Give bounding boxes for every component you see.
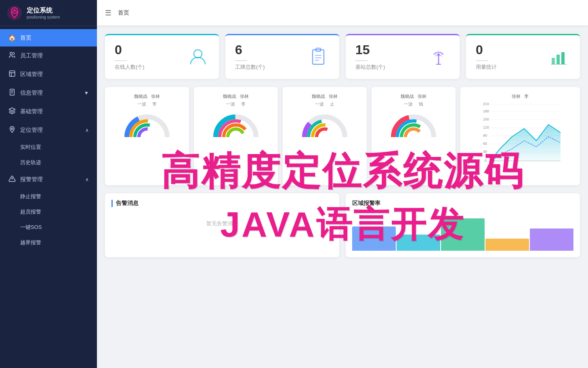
logo-title: 定位系统: [27, 6, 60, 15]
sidebar-item-sos[interactable]: 一键SOS: [0, 220, 97, 235]
sidebar-item-base[interactable]: 基础管理: [0, 102, 97, 121]
svg-point-3: [10, 52, 13, 55]
bottom-row: 告警消息 暂无告警消息 区域报警率: [105, 193, 580, 257]
svg-text:90: 90: [483, 133, 487, 137]
stat-divider-online: [115, 60, 127, 61]
breadcrumb: 首页: [118, 9, 129, 17]
alert-icon: [8, 175, 16, 184]
svg-text:0: 0: [485, 159, 487, 163]
gauge-sublabel-1: 一波 李: [226, 101, 246, 107]
svg-rect-4: [9, 71, 15, 76]
menu-toggle-icon[interactable]: ☰: [105, 8, 111, 17]
sidebar: 定位系统 positioning system 🏠 首页 员工管理: [0, 0, 97, 368]
svg-text:2023-0...: 2023-0...: [490, 164, 503, 168]
svg-point-11: [194, 50, 202, 58]
bar-col-0: [352, 226, 396, 251]
gauge-card-1: 魏晓战 张林 一波 李: [194, 87, 278, 185]
employee-icon: [8, 51, 16, 60]
sidebar-logo: 定位系统 positioning system: [0, 0, 97, 26]
sidebar-item-region-label: 区域管理: [20, 71, 43, 78]
bar-col-3: [485, 239, 529, 251]
stat-label-station: 基站总数(个): [355, 63, 385, 71]
sidebar-item-home-label: 首页: [20, 34, 32, 42]
sidebar-item-realtime-label: 实时位置: [20, 144, 41, 151]
svg-rect-21: [556, 55, 560, 64]
svg-rect-22: [561, 52, 565, 64]
gauge-card-2: 魏晓战 张林 一波 止: [283, 87, 367, 185]
svg-text:150: 150: [483, 117, 489, 121]
sidebar-item-static-alert[interactable]: 静止报警: [0, 189, 97, 204]
svg-text:210: 210: [483, 102, 489, 106]
stat-number-badge: 6: [235, 43, 265, 56]
stat-icon-station: [427, 46, 450, 68]
main-content: ☰ 首页 0 在线人数(个): [97, 0, 588, 368]
stat-card-station: 15 基站总数(个): [346, 34, 460, 79]
sidebar-item-crowd-alert[interactable]: 超员报警: [0, 204, 97, 220]
gauge-card-0: 魏晓战 张林 一波 李: [105, 87, 189, 185]
region-alert-card: 区域报警率: [346, 193, 580, 257]
sidebar-item-alert[interactable]: 报警管理 ∧: [0, 170, 97, 189]
position-arrow-icon: ∧: [85, 127, 89, 133]
sidebar-item-info[interactable]: 信息管理 ▼: [0, 84, 97, 102]
sidebar-item-region[interactable]: 区域管理: [0, 65, 97, 84]
sidebar-item-boundary-alert[interactable]: 越界报警: [0, 235, 97, 250]
logo-text: 定位系统 positioning system: [27, 6, 60, 19]
stat-icon-usage: [548, 46, 570, 68]
stat-card-badge: 6 工牌总数(个): [225, 34, 339, 79]
svg-point-2: [13, 9, 16, 12]
gauge-label-0: 魏晓战 张林: [134, 93, 160, 99]
logo-icon: [6, 5, 23, 21]
region-icon: [8, 70, 16, 79]
base-icon: [8, 107, 16, 116]
sidebar-navigation: 🏠 首页 员工管理 区域管理: [0, 26, 97, 368]
svg-point-9: [11, 128, 13, 130]
sidebar-item-employee[interactable]: 员工管理: [0, 47, 97, 65]
gauge-svg-0: [121, 109, 173, 141]
sidebar-item-info-label: 信息管理: [20, 89, 43, 97]
alert-messages-card: 告警消息 暂无告警消息: [105, 193, 339, 257]
stat-card-online: 0 在线人数(个): [105, 34, 219, 79]
sidebar-item-alert-label: 报警管理: [20, 176, 43, 183]
home-icon: 🏠: [8, 34, 16, 42]
svg-point-10: [12, 178, 13, 179]
svg-text:120: 120: [483, 125, 489, 129]
gauge-svg-3: [387, 109, 440, 141]
sidebar-item-position[interactable]: 定位管理 ∧: [0, 121, 97, 140]
sidebar-item-employee-label: 员工管理: [20, 52, 43, 59]
sidebar-item-position-label: 定位管理: [20, 127, 43, 134]
stats-row: 0 在线人数(个) 6 工牌总数(个): [105, 34, 580, 79]
sidebar-item-static-alert-label: 静止报警: [20, 193, 41, 200]
gauge-card-3: 魏晓战 张林 一波 钱: [372, 87, 456, 185]
stat-left-online: 0 在线人数(个): [115, 43, 145, 71]
svg-text:60: 60: [483, 142, 487, 146]
svg-rect-20: [552, 58, 555, 64]
gauge-sublabel-3: 一波 钱: [404, 101, 423, 107]
line-chart-svg: 210 180 150 120 90 60 30 0: [467, 100, 573, 177]
info-arrow-icon: ▼: [84, 90, 89, 96]
position-icon: [8, 126, 16, 135]
info-icon: [8, 89, 16, 97]
gauge-label-1: 魏晓战 张林: [223, 93, 249, 99]
alert-messages-title: 告警消息: [111, 200, 333, 207]
alert-arrow-icon: ∧: [85, 177, 89, 182]
sidebar-item-home[interactable]: 🏠 首页: [0, 29, 97, 47]
stat-icon-online: [187, 46, 209, 68]
sidebar-item-crowd-alert-label: 超员报警: [20, 208, 41, 216]
gauge-label-4: 张林 李: [467, 93, 573, 99]
sidebar-item-history[interactable]: 历史轨迹: [0, 155, 97, 170]
sidebar-item-sos-label: 一键SOS: [20, 224, 42, 231]
stat-number-online: 0: [115, 43, 145, 56]
logo-subtitle: positioning system: [27, 15, 60, 19]
stat-left-usage: 0 用量统计: [476, 43, 497, 71]
sidebar-item-realtime[interactable]: 实时位置: [0, 140, 97, 155]
stat-left-station: 15 基站总数(个): [355, 43, 385, 71]
svg-text:30: 30: [483, 150, 487, 154]
stat-label-online: 在线人数(个): [115, 63, 145, 71]
header: ☰ 首页: [97, 0, 588, 26]
gauge-svg-1: [210, 109, 262, 141]
bar-col-2: [441, 218, 485, 251]
stat-divider-station: [355, 60, 368, 61]
region-bar-chart: [352, 210, 573, 251]
region-alert-title: 区域报警率: [352, 200, 573, 207]
stat-icon-badge: [307, 46, 330, 68]
